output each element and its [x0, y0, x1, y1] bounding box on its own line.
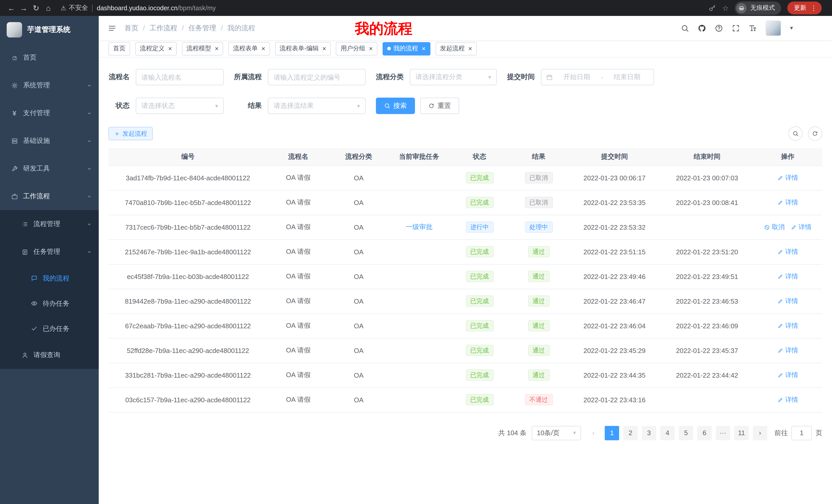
page-button[interactable]: 6 — [697, 426, 712, 440]
detail-action[interactable]: 详情 — [778, 395, 798, 404]
sidebar-item[interactable]: 请假查询 — [0, 341, 99, 369]
sidebar-item[interactable]: 流程管理 — [0, 210, 99, 238]
sidebar-item[interactable]: 基础设施 — [0, 127, 99, 155]
submit-time-range-picker[interactable]: 开始日期 - 结束日期 — [541, 69, 654, 85]
sidebar-item[interactable]: 任务管理 — [0, 238, 99, 265]
tab-0[interactable]: 首页 — [108, 42, 130, 55]
result-select[interactable]: 请选择流结果 ▾ — [268, 97, 366, 114]
security-warning[interactable]: ⚠ 不安全 — [61, 4, 88, 12]
tab-4[interactable]: 流程表单-编辑× — [275, 42, 331, 55]
sidebar-item[interactable]: 工作流程 — [0, 183, 99, 210]
tab-close-icon[interactable]: × — [422, 45, 425, 52]
tab-5[interactable]: 用户分组× — [336, 42, 378, 55]
detail-action[interactable]: 详情 — [791, 223, 811, 231]
password-key-icon[interactable] — [709, 4, 716, 11]
cancel-action[interactable]: 取消 — [764, 223, 785, 231]
tab-active[interactable]: 我的流程× — [383, 42, 430, 55]
browser-update-button[interactable]: 更新 ⋮ — [787, 2, 822, 15]
sidebar-item[interactable]: 首页 — [0, 44, 99, 72]
breadcrumb-item[interactable]: 任务管理 — [188, 23, 216, 33]
breadcrumb-item: 我的流程 — [228, 23, 255, 33]
goto-page-input[interactable] — [791, 426, 812, 440]
category-select[interactable]: 请选择流程分类 ▾ — [410, 69, 497, 85]
page-ellipsis[interactable]: ··· — [716, 426, 730, 440]
breadcrumb-item[interactable]: 工作流程 — [150, 23, 177, 33]
tab-1[interactable]: 流程定义× — [135, 42, 177, 55]
sidebar-item[interactable]: 我的流程 — [0, 265, 99, 291]
next-page-button[interactable]: › — [753, 426, 767, 440]
bookmark-star-icon[interactable]: ☆ — [722, 4, 729, 12]
cell-name: OA 请假 — [267, 338, 329, 363]
gauge-icon — [10, 54, 19, 61]
detail-action[interactable]: 详情 — [778, 247, 798, 256]
page-button[interactable]: 11 — [734, 426, 749, 440]
filter-row-1: 流程名 所属流程 流程分类 请选择流程分类 ▾ 提交时间 开始日期 - 结束日期 — [108, 69, 822, 85]
sidebar-item[interactable]: 研发工具 — [0, 155, 99, 183]
create-process-button[interactable]: 发起流程 — [108, 127, 153, 140]
page-button[interactable]: 5 — [679, 426, 693, 440]
sidebar-item-label: 我的流程 — [43, 274, 70, 283]
page-button[interactable]: 3 — [642, 426, 656, 440]
process-definition-input[interactable] — [268, 69, 366, 85]
tab-close-icon[interactable]: × — [168, 45, 172, 52]
reset-button[interactable]: 重置 — [420, 97, 459, 114]
chevron-down-icon: ▾ — [215, 103, 218, 109]
cell-status: 进行中 — [450, 215, 509, 240]
sidebar-item[interactable]: 已办任务 — [0, 316, 99, 341]
page-button[interactable]: 4 — [660, 426, 675, 440]
detail-action[interactable]: 详情 — [778, 297, 798, 305]
cell-category: OA — [329, 190, 388, 215]
detail-action[interactable]: 详情 — [778, 173, 798, 182]
tab-close-icon[interactable]: × — [322, 45, 326, 52]
table-row: 819442e8-7b9a-11ec-a290-acde48001122OA 请… — [108, 289, 822, 313]
detail-action[interactable]: 详情 — [778, 198, 798, 207]
toggle-search-icon[interactable] — [788, 127, 803, 141]
tab-close-icon[interactable]: × — [261, 45, 265, 52]
sidebar-item-label: 基础设施 — [23, 136, 50, 145]
browser-menu-icon[interactable]: ⋮ — [810, 4, 817, 12]
page-button[interactable]: 2 — [623, 426, 638, 440]
app-logo-row[interactable]: 芋道管理系统 — [0, 16, 99, 44]
github-icon[interactable] — [698, 24, 706, 32]
address-bar[interactable]: ⚠ 不安全 dashboard.yudao.iocoder.cn/bpm/tas… — [61, 4, 216, 12]
tab-2[interactable]: 流程模型× — [182, 42, 223, 55]
chevron-up-icon — [86, 193, 92, 199]
process-name-input[interactable] — [136, 69, 224, 85]
reload-icon[interactable]: ↻ — [30, 2, 42, 14]
tab-close-icon[interactable]: × — [468, 45, 472, 52]
detail-action[interactable]: 详情 — [778, 371, 798, 380]
tab-7[interactable]: 发起流程× — [435, 42, 477, 55]
search-button[interactable]: 搜索 — [376, 97, 415, 114]
tab-close-icon[interactable]: × — [215, 45, 218, 52]
back-icon[interactable]: ← — [5, 2, 18, 14]
refresh-table-icon[interactable] — [808, 127, 822, 141]
status-select[interactable]: 请选择状态 ▾ — [136, 97, 224, 114]
sidebar-item[interactable]: 待办任务 — [0, 291, 99, 316]
sidebar-toggle-icon[interactable] — [108, 24, 116, 32]
breadcrumb-item[interactable]: 首页 — [125, 23, 138, 33]
cell-current-task: 一级审批 — [388, 215, 450, 240]
page-size-select[interactable]: 10条/页 ▾ — [532, 426, 581, 440]
process-category: OA — [354, 396, 364, 403]
cell-name: OA 请假 — [267, 165, 329, 190]
sidebar-item-label: 工作流程 — [23, 192, 50, 201]
tab-close-icon[interactable]: × — [369, 45, 373, 52]
detail-action[interactable]: 详情 — [778, 272, 798, 281]
page-button[interactable]: 1 — [605, 426, 619, 440]
forward-icon[interactable]: → — [18, 2, 30, 14]
tab-3[interactable]: 流程表单× — [228, 42, 270, 55]
detail-action[interactable]: 详情 — [778, 346, 798, 355]
cell-id: ec45f38f-7b9a-11ec-b03b-acde48001122 — [108, 264, 267, 289]
detail-action[interactable]: 详情 — [778, 321, 798, 330]
font-size-icon[interactable] — [749, 24, 757, 32]
header-search-icon[interactable] — [681, 24, 689, 32]
sidebar-item[interactable]: 系统管理 — [0, 72, 99, 99]
fullscreen-icon[interactable] — [732, 24, 740, 32]
current-task-link[interactable]: 一级审批 — [406, 223, 433, 231]
user-avatar[interactable] — [766, 20, 781, 36]
home-icon[interactable]: ⌂ — [42, 2, 54, 14]
sidebar-item[interactable]: ¥支付管理 — [0, 99, 99, 127]
help-icon[interactable] — [715, 24, 723, 32]
avatar-caret-icon[interactable]: ▾ — [790, 25, 793, 31]
prev-page-button[interactable]: ‹ — [586, 426, 601, 440]
